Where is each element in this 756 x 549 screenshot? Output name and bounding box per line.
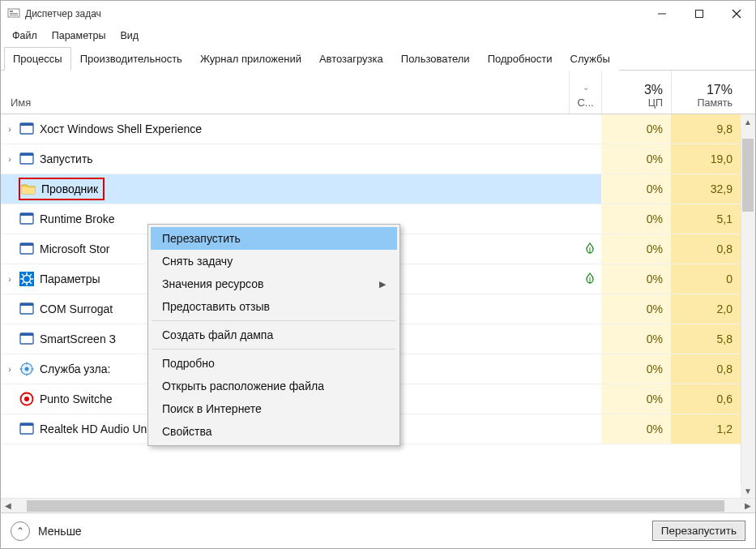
punto-icon (19, 391, 35, 407)
scrollbar-horizontal[interactable]: ◀ ▶ (1, 498, 755, 513)
menu-options[interactable]: Параметры (45, 28, 113, 43)
svg-rect-9 (20, 123, 33, 126)
footer: ⌃ Меньше Перезапустить (1, 513, 755, 548)
memory-cell: 0,8 (671, 354, 741, 384)
ctx-resource-values[interactable]: Значения ресурсов ▶ (151, 272, 397, 295)
ctx-open-location[interactable]: Открыть расположение файла (151, 375, 397, 397)
leaf-icon (579, 242, 601, 256)
svg-point-34 (25, 367, 29, 371)
ctx-create-dump[interactable]: Создать файл дампа (151, 324, 397, 346)
submenu-arrow-icon: ▶ (379, 279, 386, 290)
svg-rect-3 (10, 15, 18, 15)
ctx-search-online[interactable]: Поиск в Интернете (151, 397, 397, 420)
process-row[interactable]: Проводник0%32,9 (1, 174, 755, 204)
tab-processes[interactable]: Процессы (4, 47, 71, 71)
expand-toggle[interactable]: › (1, 364, 19, 374)
scroll-down-icon[interactable]: ▼ (741, 483, 755, 498)
chevron-up-icon: ⌃ (16, 525, 24, 537)
process-name-cell: Проводник (19, 178, 579, 200)
tab-details[interactable]: Подробности (479, 47, 562, 71)
tab-services[interactable]: Службы (562, 47, 619, 71)
memory-cell: 5,1 (671, 204, 741, 234)
scrollbar-vertical[interactable]: ▲ ▼ (741, 114, 755, 498)
cpu-cell: 0% (601, 114, 671, 144)
minimize-button[interactable] (643, 1, 681, 27)
process-name: Запустить (40, 152, 93, 165)
svg-rect-30 (20, 303, 33, 306)
restart-button[interactable]: Перезапустить (652, 521, 745, 541)
ctx-end-task[interactable]: Снять задачу (151, 250, 397, 272)
process-row[interactable]: ›Хост Windows Shell Experience0%9,8 (1, 114, 755, 144)
col-memory[interactable]: 17% Память (671, 71, 741, 114)
svg-rect-1 (10, 11, 13, 12)
memory-cell: 1,2 (671, 414, 741, 444)
ctx-feedback[interactable]: Предоставить отзыв (151, 295, 397, 318)
process-name: Runtime Broke (40, 212, 115, 225)
fewer-details-button[interactable]: ⌃ (11, 521, 30, 541)
svg-rect-2 (10, 13, 18, 14)
settings-icon (19, 271, 35, 287)
fewer-details-label: Меньше (38, 525, 82, 538)
cpu-label: ЦП (602, 97, 663, 109)
ctx-resource-values-label: Значения ресурсов (162, 277, 263, 290)
context-menu: Перезапустить Снять задачу Значения ресу… (147, 224, 400, 446)
service-icon (19, 361, 35, 377)
app-icon (19, 241, 35, 257)
explorer-icon (20, 181, 36, 197)
title-bar: Диспетчер задач (1, 1, 755, 27)
tab-performance[interactable]: Производительность (71, 47, 191, 71)
ctx-properties[interactable]: Свойства (151, 420, 397, 443)
col-cpu[interactable]: 3% ЦП (601, 71, 671, 114)
ctx-separator (152, 320, 395, 321)
memory-cell: 19,0 (671, 144, 741, 174)
tab-bar: Процессы Производительность Журнал прило… (1, 46, 755, 71)
process-name-cell: Запустить (19, 151, 579, 167)
cpu-cell: 0% (601, 354, 671, 384)
svg-rect-14 (20, 213, 33, 216)
close-button[interactable] (718, 1, 755, 27)
expand-toggle[interactable]: › (1, 274, 19, 284)
scroll-up-icon[interactable]: ▲ (741, 114, 755, 129)
ctx-details[interactable]: Подробно (151, 352, 397, 375)
cpu-cell: 0% (601, 294, 671, 324)
svg-rect-11 (20, 153, 33, 156)
leaf-icon (579, 272, 601, 286)
scroll-thumb-horizontal[interactable] (27, 500, 724, 512)
col-status[interactable]: ⌄ С... (569, 71, 601, 114)
scroll-left-icon[interactable]: ◀ (1, 501, 15, 510)
menu-view[interactable]: Вид (113, 28, 145, 43)
cpu-cell: 0% (601, 174, 671, 204)
cpu-cell: 0% (601, 324, 671, 354)
scroll-right-icon[interactable]: ▶ (741, 501, 755, 510)
cpu-cell: 0% (601, 414, 671, 444)
maximize-button[interactable] (681, 1, 718, 27)
app-icon (19, 301, 35, 317)
expand-toggle[interactable]: › (1, 124, 19, 134)
cpu-usage-pct: 3% (602, 83, 663, 97)
tab-app-history[interactable]: Журнал приложений (191, 47, 310, 71)
svg-rect-16 (20, 243, 33, 246)
tab-users[interactable]: Пользователи (392, 47, 479, 71)
expand-toggle[interactable]: › (1, 154, 19, 164)
process-name: Служба узла: (40, 362, 110, 375)
process-name: Проводник (41, 182, 98, 195)
col-status-label: С... (577, 97, 593, 109)
column-headers: Имя ⌄ С... 3% ЦП 17% Память (1, 71, 755, 114)
process-name: Punto Switche (40, 392, 113, 405)
process-name: COM Surrogat (40, 302, 113, 315)
app-icon (19, 121, 35, 137)
chevron-down-icon: ⌄ (583, 83, 589, 92)
close-icon (732, 9, 741, 19)
menu-bar: Файл Параметры Вид (1, 27, 755, 46)
cpu-cell: 0% (601, 204, 671, 234)
cpu-cell: 0% (601, 144, 671, 174)
process-row[interactable]: ›Запустить0%19,0 (1, 144, 755, 174)
tab-startup[interactable]: Автозагрузка (310, 47, 392, 71)
menu-file[interactable]: Файл (6, 28, 44, 43)
memory-cell: 0,8 (671, 234, 741, 264)
scroll-thumb[interactable] (742, 139, 754, 212)
col-name[interactable]: Имя (1, 97, 569, 114)
app-icon (19, 211, 35, 227)
svg-point-40 (24, 397, 29, 401)
ctx-restart[interactable]: Перезапустить (151, 227, 397, 250)
